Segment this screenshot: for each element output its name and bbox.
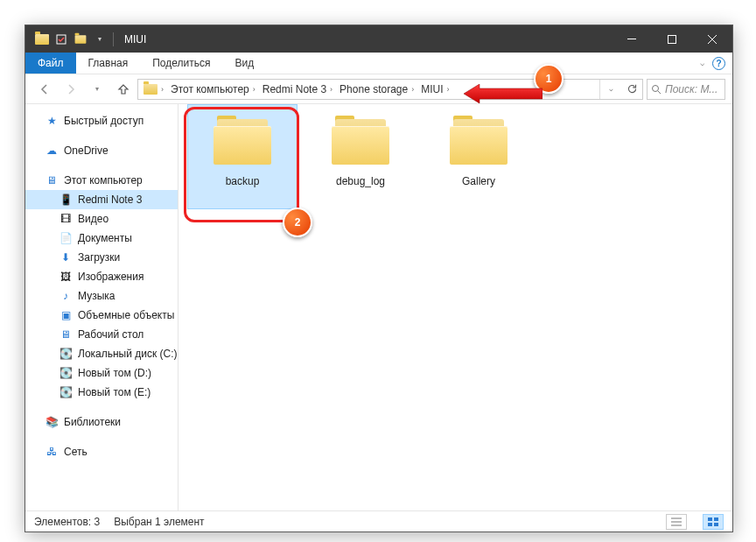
nav-downloads[interactable]: ⬇Загрузки bbox=[25, 248, 178, 267]
nav-3dobjects[interactable]: ▣Объемные объекты bbox=[25, 306, 178, 325]
folder-icon bbox=[448, 116, 509, 166]
nav-network[interactable]: 🖧Сеть bbox=[25, 442, 178, 461]
svg-rect-5 bbox=[714, 517, 718, 521]
navigation-pane: ★Быстрый доступ ☁OneDrive 🖥Этот компьюте… bbox=[25, 104, 178, 510]
network-icon: 🖧 bbox=[45, 445, 59, 459]
breadcrumb-root-icon[interactable]: › bbox=[140, 80, 167, 99]
nav-onedrive[interactable]: ☁OneDrive bbox=[25, 141, 178, 160]
folder-icon bbox=[212, 116, 273, 166]
nav-videos[interactable]: 🎞Видео bbox=[25, 209, 178, 229]
refresh-icon[interactable] bbox=[621, 80, 642, 99]
ribbon-tabs: Файл Главная Поделиться Вид ⌵ ? bbox=[25, 53, 732, 74]
search-placeholder: Поиск: M... bbox=[665, 83, 718, 95]
qat-properties-icon[interactable] bbox=[52, 30, 71, 49]
window-title: MIUI bbox=[124, 33, 146, 46]
title-bar: ▾ MIUI bbox=[25, 25, 732, 53]
disk-icon: 💽 bbox=[59, 347, 73, 361]
svg-rect-4 bbox=[708, 517, 712, 521]
folder-icon bbox=[330, 116, 391, 166]
help-icon[interactable]: ? bbox=[712, 57, 725, 70]
view-icons-button[interactable] bbox=[703, 514, 724, 530]
status-selection: Выбран 1 элемент bbox=[114, 516, 204, 528]
address-dropdown-icon[interactable]: ⌵ bbox=[600, 80, 621, 99]
video-icon: 🎞 bbox=[59, 212, 73, 226]
library-icon: 📚 bbox=[45, 415, 59, 429]
download-icon: ⬇ bbox=[59, 250, 73, 264]
nav-forward-button[interactable] bbox=[59, 78, 83, 101]
star-icon: ★ bbox=[45, 114, 59, 128]
qat-newfolder-icon[interactable] bbox=[71, 30, 90, 49]
folder-gallery[interactable]: Gallery bbox=[424, 104, 534, 209]
svg-rect-7 bbox=[714, 523, 718, 526]
maximize-button[interactable] bbox=[652, 25, 692, 53]
nav-desktop[interactable]: 🖥Рабочий стол bbox=[25, 325, 178, 344]
phone-icon: 📱 bbox=[59, 193, 73, 207]
nav-pictures[interactable]: 🖼Изображения bbox=[25, 267, 178, 286]
nav-disk-c[interactable]: 💽Локальный диск (C:) bbox=[25, 344, 178, 363]
music-icon: ♪ bbox=[59, 289, 73, 303]
nav-up-button[interactable] bbox=[111, 78, 136, 101]
tab-home[interactable]: Главная bbox=[76, 53, 141, 74]
status-item-count: Элементов: 3 bbox=[34, 516, 100, 528]
nav-libraries[interactable]: 📚Библиотеки bbox=[25, 412, 178, 432]
address-row: ▾ › Этот компьютер› Redmi Note 3› Phone … bbox=[25, 74, 732, 104]
breadcrumb-item[interactable]: Этот компьютер› bbox=[167, 80, 259, 99]
content-pane[interactable]: backup debug_log Gallery bbox=[178, 104, 732, 510]
explorer-window: ▾ MIUI Файл Главная Поделиться Вид ⌵ ? ▾ bbox=[24, 25, 733, 532]
breadcrumb-item[interactable]: Redmi Note 3› bbox=[259, 80, 336, 99]
nav-quick-access[interactable]: ★Быстрый доступ bbox=[25, 111, 178, 130]
app-icon bbox=[32, 30, 52, 49]
disk-icon: 💽 bbox=[59, 385, 73, 399]
folder-backup[interactable]: backup bbox=[187, 104, 298, 209]
ribbon-expand-icon[interactable]: ⌵ bbox=[691, 53, 712, 74]
cube-icon: ▣ bbox=[59, 308, 73, 322]
picture-icon: 🖼 bbox=[59, 270, 73, 284]
breadcrumb-item[interactable]: Phone storage› bbox=[336, 80, 417, 99]
desktop-icon: 🖥 bbox=[59, 327, 73, 341]
svg-rect-1 bbox=[627, 39, 636, 39]
tab-view[interactable]: Вид bbox=[222, 53, 266, 74]
nav-back-button[interactable] bbox=[32, 78, 57, 101]
pc-icon: 🖥 bbox=[45, 173, 59, 187]
address-bar[interactable]: › Этот компьютер› Redmi Note 3› Phone st… bbox=[137, 79, 643, 100]
nav-documents[interactable]: 📄Документы bbox=[25, 229, 178, 248]
nav-recent-dropdown[interactable]: ▾ bbox=[85, 78, 109, 101]
folder-debuglog[interactable]: debug_log bbox=[305, 104, 416, 209]
tab-file[interactable]: Файл bbox=[25, 53, 76, 74]
search-icon bbox=[651, 84, 662, 95]
view-details-button[interactable] bbox=[666, 514, 687, 530]
svg-rect-2 bbox=[668, 35, 676, 43]
svg-point-3 bbox=[653, 85, 659, 91]
nav-disk-d[interactable]: 💽Новый том (D:) bbox=[25, 363, 178, 383]
folder-label: Gallery bbox=[462, 175, 495, 187]
tab-share[interactable]: Поделиться bbox=[140, 53, 222, 74]
nav-redmi[interactable]: 📱Redmi Note 3 bbox=[25, 190, 178, 209]
disk-icon: 💽 bbox=[59, 366, 73, 380]
svg-rect-6 bbox=[708, 523, 712, 526]
folder-label: debug_log bbox=[336, 175, 385, 187]
breadcrumb-item[interactable]: MIUI› bbox=[417, 80, 452, 99]
search-input[interactable]: Поиск: M... bbox=[647, 79, 725, 100]
folder-label: backup bbox=[226, 175, 260, 187]
nav-music[interactable]: ♪Музыка bbox=[25, 286, 178, 306]
status-bar: Элементов: 3 Выбран 1 элемент bbox=[25, 510, 732, 531]
nav-this-pc[interactable]: 🖥Этот компьютер bbox=[25, 171, 178, 190]
cloud-icon: ☁ bbox=[45, 144, 59, 158]
nav-disk-e[interactable]: 💽Новый том (E:) bbox=[25, 383, 178, 402]
minimize-button[interactable] bbox=[612, 25, 652, 53]
qat-dropdown-icon[interactable]: ▾ bbox=[90, 30, 109, 49]
close-button[interactable] bbox=[692, 25, 732, 53]
doc-icon: 📄 bbox=[59, 231, 73, 245]
